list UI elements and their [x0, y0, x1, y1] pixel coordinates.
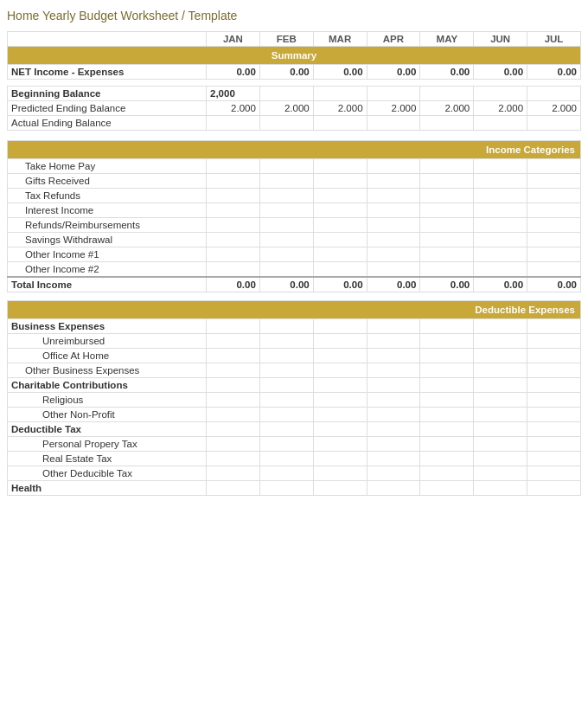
religious-label: Religious	[8, 393, 207, 408]
net-income-feb: 0.00	[259, 65, 313, 80]
income-header: Income Categories	[8, 141, 581, 159]
income-item-tax-refunds: Tax Refunds	[8, 189, 581, 203]
deductible-header: Deductible Expenses	[8, 301, 581, 319]
deductible-tax-header: Deductible Tax	[8, 422, 581, 437]
col-header-label	[8, 32, 207, 47]
predicted-mar: 2.000	[313, 101, 367, 116]
col-header-mar: MAR	[313, 32, 367, 47]
total-income-row: Total Income 0.00 0.00 0.00 0.00 0.00 0.…	[8, 277, 581, 292]
net-income-may: 0.00	[420, 65, 474, 80]
predicted-jun: 2.000	[474, 101, 527, 116]
net-income-jan: 0.00	[207, 65, 260, 80]
business-other: Other Business Expenses	[8, 363, 581, 378]
other-deductible-tax-label: Other Deducible Tax	[8, 466, 207, 481]
beginning-balance-value: 2,000	[207, 87, 260, 101]
office-at-home-label: Office At Home	[8, 349, 207, 363]
summary-header: Summary	[8, 47, 581, 65]
income-item-savings: Savings Withdrawal	[8, 233, 581, 247]
total-income-jan: 0.00	[207, 277, 260, 292]
income-item-take-home: Take Home Pay	[8, 159, 581, 174]
predicted-may: 2.000	[420, 101, 474, 116]
charitable-religious: Religious	[8, 393, 581, 408]
spacer-row-3	[8, 292, 581, 301]
business-expenses-header: Business Expenses	[8, 319, 581, 334]
nonprofit-label: Other Non-Profit	[8, 408, 207, 422]
total-income-mar: 0.00	[313, 277, 367, 292]
business-expenses-label: Business Expenses	[8, 319, 207, 334]
savings-withdrawal-label: Savings Withdrawal	[8, 233, 207, 247]
tax-real-estate: Real Estate Tax	[8, 452, 581, 466]
predicted-apr: 2.000	[367, 101, 420, 116]
income-item-other2: Other Income #2	[8, 262, 581, 278]
income-item-gifts: Gifts Received	[8, 174, 581, 189]
income-item-interest: Interest Income	[8, 203, 581, 218]
tax-personal-property: Personal Propery Tax	[8, 437, 581, 452]
predicted-jul: 2.000	[527, 101, 581, 116]
beginning-balance-label: Beginning Balance	[8, 87, 207, 101]
business-unreimbursed: Unreimbursed	[8, 334, 581, 349]
other-income-2-label: Other Income #2	[8, 262, 207, 278]
predicted-balance-label: Predicted Ending Balance	[8, 101, 207, 116]
net-income-jun: 0.00	[474, 65, 527, 80]
charitable-header: Charitable Contributions	[8, 378, 581, 393]
actual-balance-label: Actual Ending Balance	[8, 116, 207, 131]
total-income-feb: 0.00	[259, 277, 313, 292]
net-income-row: NET Income - Expenses 0.00 0.00 0.00 0.0…	[8, 65, 581, 80]
refunds-label: Refunds/Reimbursements	[8, 218, 207, 233]
health-header: Health	[8, 481, 581, 496]
col-header-jun: JUN	[474, 32, 527, 47]
tax-refunds-label: Tax Refunds	[8, 189, 207, 203]
other-business-label: Other Business Expenses	[8, 363, 207, 378]
net-income-label: NET Income - Expenses	[8, 65, 207, 80]
charitable-nonprofit: Other Non-Profit	[8, 408, 581, 422]
tax-other-deductible: Other Deducible Tax	[8, 466, 581, 481]
personal-property-tax-label: Personal Propery Tax	[8, 437, 207, 452]
net-income-jul: 0.00	[527, 65, 581, 80]
total-income-jun: 0.00	[474, 277, 527, 292]
other-income-1-label: Other Income #1	[8, 247, 207, 262]
gifts-received-label: Gifts Received	[8, 174, 207, 189]
health-label: Health	[8, 481, 207, 496]
total-income-may: 0.00	[420, 277, 474, 292]
spacer-row-1	[8, 80, 581, 87]
col-header-apr: APR	[367, 32, 420, 47]
col-header-may: MAY	[420, 32, 474, 47]
net-income-mar: 0.00	[313, 65, 367, 80]
actual-balance-row: Actual Ending Balance	[8, 116, 581, 131]
beginning-balance-row: Beginning Balance 2,000	[8, 87, 581, 101]
net-income-apr: 0.00	[367, 65, 420, 80]
charitable-label: Charitable Contributions	[8, 378, 207, 393]
interest-income-label: Interest Income	[8, 203, 207, 218]
predicted-balance-row: Predicted Ending Balance 2.000 2.000 2.0…	[8, 101, 581, 116]
income-item-other1: Other Income #1	[8, 247, 581, 262]
income-item-refunds: Refunds/Reimbursements	[8, 218, 581, 233]
real-estate-tax-label: Real Estate Tax	[8, 452, 207, 466]
total-income-label: Total Income	[8, 277, 207, 292]
take-home-pay-label: Take Home Pay	[8, 159, 207, 174]
page-title: Home Yearly Budget Worksheet / Template	[7, 9, 581, 22]
predicted-feb: 2.000	[259, 101, 313, 116]
total-income-apr: 0.00	[367, 277, 420, 292]
deductible-tax-label: Deductible Tax	[8, 422, 207, 437]
unreimbursed-label: Unreimbursed	[8, 334, 207, 349]
business-office-home: Office At Home	[8, 349, 581, 363]
col-header-jul: JUL	[527, 32, 581, 47]
spacer-row-2	[8, 131, 581, 141]
col-header-feb: FEB	[259, 32, 313, 47]
predicted-jan: 2.000	[207, 101, 260, 116]
total-income-jul: 0.00	[527, 277, 581, 292]
col-header-jan: JAN	[207, 32, 260, 47]
